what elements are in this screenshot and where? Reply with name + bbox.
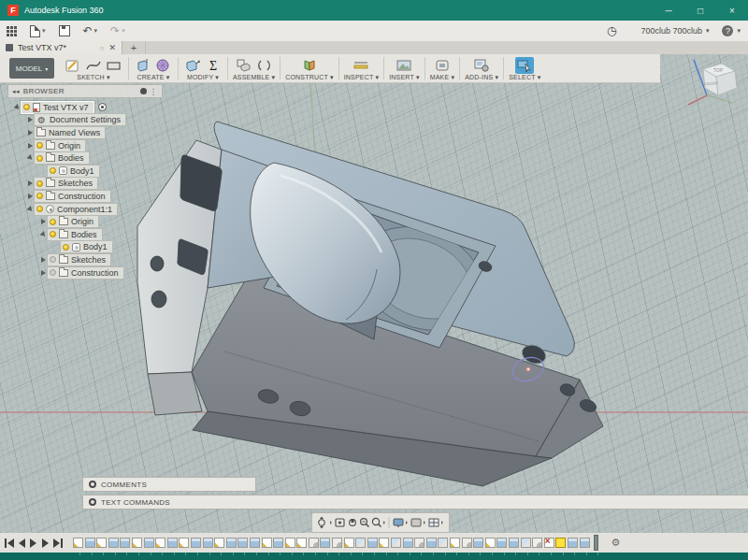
viewports-caret-icon[interactable] <box>441 521 443 524</box>
visibility-bulb-icon[interactable] <box>50 269 56 276</box>
timeline-feature-sketch-icon[interactable] <box>132 538 142 548</box>
timeline-feature-extrude-icon[interactable] <box>273 538 283 548</box>
expand-arrow-icon[interactable] <box>26 194 34 199</box>
timeline-scrubber[interactable] <box>594 535 598 551</box>
timeline-feature-extrude-icon[interactable] <box>120 538 130 548</box>
browser-item-construction[interactable]: Construction <box>7 266 163 280</box>
select-cursor-icon[interactable] <box>515 57 534 74</box>
comments-expand-icon[interactable] <box>89 481 96 488</box>
addins-scripts-icon[interactable] <box>472 57 491 74</box>
expand-arrow-icon[interactable] <box>26 130 34 136</box>
form-icon[interactable] <box>154 57 173 74</box>
timeline-feature-extrude-icon[interactable] <box>403 538 413 548</box>
viewcube-top-label[interactable]: TOP <box>713 67 724 73</box>
timeline-feature-extrude-icon[interactable] <box>108 538 119 548</box>
job-status-clock-icon[interactable]: ◷ <box>607 24 616 37</box>
timeline-feature-sketch-icon[interactable] <box>296 538 307 548</box>
fit-caret-icon[interactable] <box>383 521 385 524</box>
grid-settings-icon[interactable] <box>411 519 421 526</box>
toolbar-group-label[interactable]: ADD-INS ▾ <box>465 74 498 81</box>
timeline-feature-extrude-icon[interactable] <box>203 538 213 548</box>
new-tab-button[interactable]: + <box>122 41 146 54</box>
timeline-feature-sketch-icon[interactable] <box>179 538 189 548</box>
expand-arrow-icon[interactable] <box>13 105 21 110</box>
timeline-feature-combine-icon[interactable] <box>438 538 448 548</box>
toolbar-group-label[interactable]: INSPECT ▾ <box>344 74 379 81</box>
insert-image-icon[interactable] <box>395 57 413 74</box>
grid-caret-icon[interactable] <box>424 521 425 524</box>
timeline-feature-sketch-icon[interactable] <box>214 538 224 548</box>
display-caret-icon[interactable] <box>406 521 408 524</box>
timeline-feature-sketch-icon[interactable] <box>73 538 83 548</box>
zoom-icon[interactable] <box>361 519 369 527</box>
visibility-bulb-icon[interactable] <box>50 231 56 237</box>
visibility-bulb-icon[interactable] <box>36 142 43 149</box>
make-3dprint-icon[interactable] <box>433 57 452 74</box>
expand-arrow-icon[interactable] <box>26 143 34 149</box>
look-at-icon[interactable] <box>336 519 344 526</box>
extrude-icon[interactable] <box>134 57 152 74</box>
toolbar-group-label[interactable]: MODIFY ▾ <box>187 74 219 81</box>
browser-item-bodies[interactable]: Bodies <box>7 151 163 165</box>
help-icon[interactable]: ? <box>722 25 733 36</box>
timeline-feature-combine-icon[interactable] <box>391 538 401 548</box>
construction-plane-icon[interactable] <box>300 57 319 74</box>
timeline-feature-extrude-icon[interactable] <box>237 538 248 548</box>
timeline-feature-fillet-icon[interactable] <box>332 538 342 548</box>
step-back-button[interactable] <box>19 538 25 548</box>
activate-component-radio[interactable] <box>98 103 107 111</box>
browser-item-body1[interactable]: Body1 <box>7 241 163 254</box>
timeline-feature-error-icon[interactable] <box>544 538 554 548</box>
timeline-feature-combine-icon[interactable] <box>521 538 531 548</box>
file-menu-button[interactable]: ▾ <box>23 21 52 41</box>
timeline-feature-sketch-highlight-icon[interactable] <box>555 538 566 548</box>
minimize-button[interactable]: ─ <box>653 0 684 21</box>
view-cube[interactable]: TOP FRONT <box>686 56 746 116</box>
parameters-sigma-icon[interactable]: Σ <box>204 57 223 74</box>
browser-item-body1[interactable]: Body1 <box>7 165 163 178</box>
timeline-feature-fillet-icon[interactable] <box>462 538 472 548</box>
display-settings-icon[interactable] <box>394 519 403 527</box>
timeline-feature-sketch-icon[interactable] <box>155 538 165 548</box>
timeline-feature-sketch-icon[interactable] <box>285 538 295 548</box>
tab-close-icon[interactable]: ✕ <box>108 43 116 52</box>
save-button[interactable] <box>52 21 77 41</box>
visibility-bulb-icon[interactable] <box>36 206 43 212</box>
timeline-feature-extrude-icon[interactable] <box>367 538 378 548</box>
timeline-feature-extrude-icon[interactable] <box>568 538 578 548</box>
visibility-bulb-icon[interactable] <box>50 167 56 174</box>
account-name[interactable]: 700club 700club <box>640 26 702 36</box>
timeline-feature-extrude-icon[interactable] <box>473 538 483 548</box>
browser-grip-icon[interactable]: ⋮ <box>150 87 158 96</box>
expand-arrow-icon[interactable] <box>39 219 47 224</box>
toolbar-group-label[interactable]: MAKE ▾ <box>430 74 455 81</box>
toolbar-group-label[interactable]: INSERT ▾ <box>389 74 419 81</box>
timeline-feature-extrude-icon[interactable] <box>496 538 507 548</box>
timeline-feature-combine-icon[interactable] <box>355 538 366 548</box>
browser-item-named-views[interactable]: Named Views <box>7 126 163 139</box>
new-component-icon[interactable] <box>235 57 253 74</box>
timeline-feature-extrude-icon[interactable] <box>191 538 201 548</box>
expand-arrow-icon[interactable] <box>26 180 34 186</box>
viewport-canvas[interactable]: TOP FRONT ◂◂ BROWSER ⋮ Test VTX v7⚙Docum… <box>0 54 748 533</box>
timeline-feature-extrude-icon[interactable] <box>250 538 260 548</box>
visibility-bulb-icon[interactable] <box>63 244 69 251</box>
rectangle-icon[interactable] <box>105 57 123 74</box>
spline-icon[interactable] <box>84 57 103 74</box>
browser-item-construction[interactable]: Construction <box>7 190 163 203</box>
timeline-gear-icon[interactable]: ⚙ <box>611 537 621 549</box>
timeline-feature-sketch-icon[interactable] <box>379 538 389 548</box>
joint-icon[interactable] <box>255 57 274 74</box>
text-commands-expand-icon[interactable] <box>89 498 96 506</box>
workspace-switcher[interactable]: MODEL▾ <box>9 58 54 79</box>
comments-bar[interactable]: COMMENTS <box>82 477 256 492</box>
toolbar-group-label[interactable]: SELECT ▾ <box>509 74 540 81</box>
redo-button[interactable]: ↷▾ <box>104 21 132 41</box>
expand-arrow-icon[interactable] <box>39 257 47 263</box>
maximize-button[interactable]: □ <box>684 0 716 21</box>
fit-icon[interactable] <box>372 518 381 526</box>
timeline-feature-sketch-icon[interactable] <box>262 538 272 548</box>
go-to-end-button[interactable] <box>53 538 63 548</box>
orbit-icon[interactable] <box>319 517 328 529</box>
timeline-feature-extrude-icon[interactable] <box>320 538 330 548</box>
